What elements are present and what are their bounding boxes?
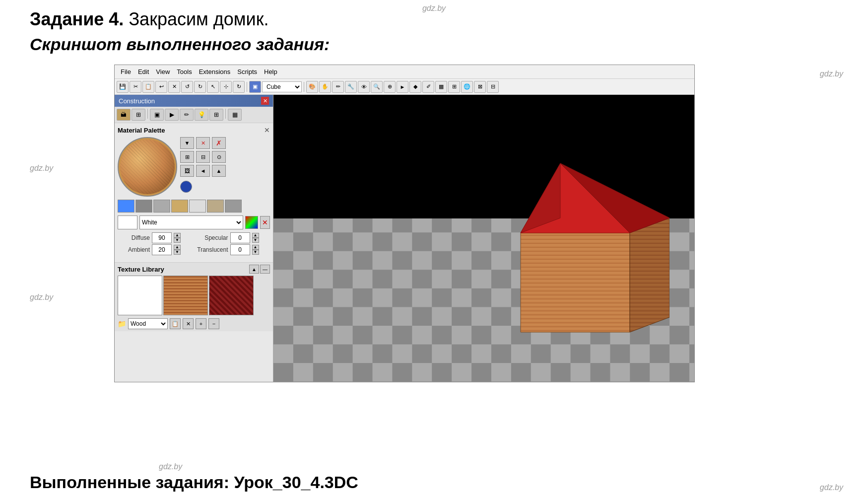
texture-thumb-wood[interactable]: [163, 276, 208, 315]
swatch-beige[interactable]: [207, 200, 224, 213]
translucent-down[interactable]: ▼: [252, 250, 259, 255]
menu-tools[interactable]: Tools: [174, 67, 195, 76]
color-palette-button[interactable]: [245, 216, 258, 229]
texture-name-select[interactable]: Wood: [128, 318, 168, 329]
toolbar-delete[interactable]: ✕: [168, 81, 180, 93]
translucent-input[interactable]: [230, 244, 250, 255]
palette-title: Material Palette: [118, 127, 165, 134]
menu-edit[interactable]: Edit: [135, 67, 152, 76]
ambient-up[interactable]: ▲: [174, 245, 181, 250]
panel-sep1: [147, 109, 148, 119]
toolbar-layers[interactable]: ⊞: [448, 81, 460, 93]
swatch-blue[interactable]: [118, 200, 134, 213]
component-select[interactable]: Cube: [262, 81, 302, 92]
texture-add-btn[interactable]: 📋: [170, 318, 181, 329]
subtitle: Скриншот выполненного задания:: [30, 35, 330, 54]
toolbar-undo2[interactable]: ↩: [155, 81, 167, 93]
texture-ctrl-minimize[interactable]: —: [260, 265, 270, 274]
diffuse-up[interactable]: ▲: [174, 233, 181, 238]
toolbar-material[interactable]: 🎨: [306, 81, 318, 93]
toolbar-cube[interactable]: ▣: [249, 81, 261, 93]
toolbar-redo[interactable]: ↻: [194, 81, 206, 93]
construction-panel: Construction ✕ 🏔 ⊞ ▣ ▶ ✏ 💡 ⊞ ▦ Material …: [115, 95, 273, 382]
toolbar-move[interactable]: ⊹: [220, 81, 232, 93]
toolbar-save[interactable]: 💾: [117, 81, 129, 93]
panel-btn-parts[interactable]: ⊞: [209, 109, 223, 121]
toolbar-end[interactable]: ⊟: [487, 81, 499, 93]
material-ctrl-layers[interactable]: ⊟: [196, 151, 210, 163]
properties-grid: Diffuse ▲ ▼ Specular ▲ ▼ Ambie: [118, 232, 270, 255]
material-ctrl-arrow[interactable]: ▼: [180, 137, 194, 149]
specular-up[interactable]: ▲: [252, 233, 259, 238]
toolbar-rotate[interactable]: ↻: [233, 81, 245, 93]
toolbar-eye[interactable]: 👁: [358, 81, 370, 93]
texture-delete-btn[interactable]: ✕: [183, 318, 194, 329]
construction-title-bar: Construction ✕: [115, 95, 273, 107]
construction-close-button[interactable]: ✕: [261, 97, 269, 105]
toolbar-more[interactable]: ⊠: [474, 81, 486, 93]
toolbar-grid[interactable]: ▦: [435, 81, 447, 93]
translucent-up[interactable]: ▲: [252, 245, 259, 250]
material-ctrl-tri[interactable]: ▲: [212, 165, 226, 177]
specular-spinner: ▲ ▼: [252, 233, 259, 243]
material-ctrl-x[interactable]: ✕: [196, 137, 210, 149]
construction-title-label: Construction: [119, 97, 155, 105]
menu-view[interactable]: View: [153, 67, 173, 76]
ambient-label: Ambient: [118, 246, 150, 253]
ambient-down[interactable]: ▼: [174, 250, 181, 255]
watermark-left-lower: gdz.by: [30, 293, 53, 302]
color-reset-button[interactable]: ✕: [260, 216, 270, 229]
toolbar-zoom[interactable]: 🔍: [371, 81, 383, 93]
panel-btn-materials[interactable]: 🏔: [117, 109, 131, 121]
toolbar-copy[interactable]: 📋: [142, 81, 154, 93]
texture-minus-btn[interactable]: −: [208, 318, 219, 329]
material-ctrl-eye[interactable]: ⊙: [212, 151, 226, 163]
diffuse-down[interactable]: ▼: [174, 238, 181, 243]
palette-close-button[interactable]: ✕: [264, 126, 270, 134]
panel-btn-last[interactable]: ▦: [228, 109, 242, 121]
texture-ctrl-up[interactable]: ▲: [249, 265, 259, 274]
toolbar-zoom2[interactable]: ⊕: [384, 81, 396, 93]
swatch-gray1[interactable]: [135, 200, 152, 213]
texture-plus-btn[interactable]: +: [196, 318, 206, 329]
color-name-select[interactable]: White: [139, 215, 243, 229]
swatch-gray2[interactable]: [153, 200, 170, 213]
material-preview-row: ▼ ✕ ✗ ⊞ ⊟ ⊙ 🖼 ◄ ▲: [118, 137, 270, 197]
panel-btn-draw[interactable]: ✏: [180, 109, 194, 121]
toolbar-globe[interactable]: 🌐: [461, 81, 473, 93]
menu-file[interactable]: File: [118, 67, 134, 76]
toolbar-undo[interactable]: ↺: [181, 81, 193, 93]
toolbar-pen[interactable]: ✏: [332, 81, 344, 93]
swatch-light[interactable]: [189, 200, 206, 213]
toolbar-arrow-right[interactable]: ►: [397, 81, 408, 93]
texture-thumb-dark[interactable]: [209, 276, 254, 315]
panel-btn-light[interactable]: 💡: [195, 109, 208, 121]
specular-input[interactable]: [230, 232, 250, 243]
swatch-gray3[interactable]: [225, 200, 242, 213]
diffuse-input[interactable]: [152, 232, 172, 243]
toolbar-diamond[interactable]: ◆: [409, 81, 421, 93]
texture-thumb-white[interactable]: [118, 276, 162, 315]
material-sphere: [120, 140, 175, 194]
toolbar-cut[interactable]: ✂: [130, 81, 141, 93]
viewport[interactable]: [273, 95, 694, 382]
panel-btn-cube[interactable]: ▣: [150, 109, 164, 121]
material-ctrl-grid[interactable]: ⊞: [180, 151, 194, 163]
menu-help[interactable]: Help: [261, 67, 280, 76]
swatch-tan[interactable]: [171, 200, 188, 213]
material-ctrl-img[interactable]: 🖼: [180, 165, 194, 177]
material-sphere-preview: [118, 137, 177, 197]
toolbar-wrench[interactable]: 🔧: [345, 81, 357, 93]
material-ctrl-xred[interactable]: ✗: [212, 137, 226, 149]
panel-btn-grid[interactable]: ⊞: [132, 109, 145, 121]
toolbar-hand[interactable]: ✋: [319, 81, 331, 93]
menu-scripts[interactable]: Scripts: [234, 67, 260, 76]
ambient-input[interactable]: [152, 244, 172, 255]
menu-extensions[interactable]: Extensions: [196, 67, 234, 76]
toolbar-select[interactable]: ↖: [207, 81, 219, 93]
panel-btn-cone[interactable]: ▶: [165, 109, 179, 121]
diffuse-row: Diffuse ▲ ▼: [118, 232, 192, 243]
material-ctrl-left[interactable]: ◄: [196, 165, 210, 177]
specular-down[interactable]: ▼: [252, 238, 259, 243]
toolbar-pencil[interactable]: ✐: [422, 81, 434, 93]
